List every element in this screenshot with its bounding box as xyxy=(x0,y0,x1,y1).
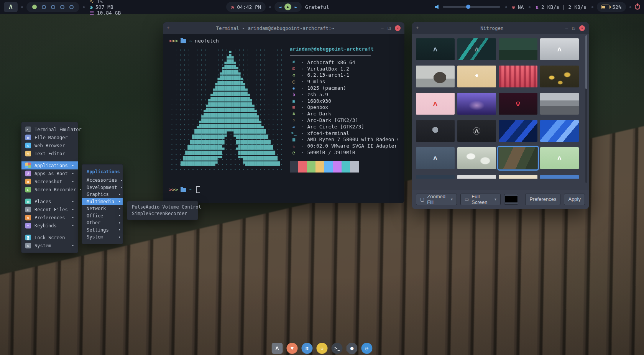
submenu-item[interactable]: Office • xyxy=(82,212,123,220)
wallpaper-thumbnail-partial[interactable] xyxy=(499,175,537,179)
submenu-bullet-icon: • xyxy=(72,171,74,176)
close-icon[interactable]: ✕ xyxy=(395,25,401,31)
wallpaper-thumbnail[interactable] xyxy=(499,38,537,60)
menu-item[interactable]: ⊙ System • xyxy=(21,242,78,250)
volume-icon[interactable] xyxy=(435,5,440,9)
archcraft-logo-icon[interactable]: Λ xyxy=(4,2,18,12)
workspace-dot-5[interactable] xyxy=(69,5,74,9)
mode-dropdown[interactable]: ▢ Zoomed Fill ▾ xyxy=(416,194,457,205)
wallpaper-thumbnail[interactable]: Λ xyxy=(457,120,496,142)
workspace-switcher[interactable] xyxy=(26,2,79,12)
wallpaper-thumbnail[interactable] xyxy=(540,66,579,87)
scrollbar-thumb[interactable] xyxy=(585,35,587,89)
dock-icon-terminal[interactable]: >_ xyxy=(332,343,343,354)
wallpaper-thumbnail[interactable] xyxy=(540,120,579,142)
menu-item[interactable]: >_ Terminal Emulator • xyxy=(21,125,78,133)
submenu-item[interactable]: Settings • xyxy=(82,227,123,234)
submenu-item[interactable]: Development • xyxy=(82,184,123,191)
submenu-item[interactable]: Graphics • xyxy=(82,191,123,198)
dock-icon-disk[interactable]: ☰ 10.84 GB xyxy=(88,10,122,16)
wallpaper-thumbnail[interactable] xyxy=(499,66,537,87)
nitrogen-titlebar[interactable]: + Nitrogen – ◳ ✕ xyxy=(412,22,589,34)
panel-separator xyxy=(505,6,507,8)
submenu-item[interactable]: Accessories • xyxy=(82,177,123,184)
network-widget[interactable]: ⇅ 2 KB/s | 2 KB/s xyxy=(534,4,588,10)
wallpaper-thumbnail[interactable]: Λ xyxy=(416,38,455,60)
media-prev-icon[interactable]: ◄ xyxy=(279,5,282,10)
wallpaper-thumbnail[interactable]: Λ xyxy=(499,93,537,115)
dock-icon-cpu[interactable]: ∿ 1% xyxy=(88,0,122,4)
wallpaper-thumbnail-partial[interactable] xyxy=(540,175,579,179)
minimize-icon[interactable]: – xyxy=(381,25,384,31)
media-play-icon[interactable]: ▶ xyxy=(284,3,291,10)
submenu-item[interactable]: Network • xyxy=(82,205,123,212)
wallpaper-thumbnail[interactable] xyxy=(416,66,455,87)
popup-menu-item[interactable]: SimpleScreenRecorder xyxy=(127,210,198,217)
maximize-icon[interactable]: ◳ xyxy=(572,25,575,31)
terminal-body[interactable]: >>> ~ neofetch ▄ ▄█▄ ▄███▄ ▄█████▄ ▄████… xyxy=(163,34,404,203)
bg-color-picker[interactable] xyxy=(504,194,518,205)
workspace-dot-2[interactable] xyxy=(42,5,46,9)
weather-widget[interactable]: ⚙ NA xyxy=(511,4,525,10)
menu-item[interactable]: ► Screen Recorder • xyxy=(21,186,78,194)
menu-item[interactable]: ◉ Screenshot • xyxy=(21,178,78,186)
wallpaper-thumbnail[interactable] xyxy=(416,120,455,142)
menu-item[interactable]: ⚙ Preferences • xyxy=(21,214,78,222)
preferences-button[interactable]: Preferences xyxy=(525,194,560,205)
dock-icon-settings[interactable]: ● xyxy=(347,343,358,354)
dock-icon-firefox[interactable]: ▼ xyxy=(287,343,298,354)
wallpaper-thumbnail[interactable] xyxy=(457,66,496,87)
terminal-titlebar[interactable]: + Terminal - arindam@debugpoint-archcraf… xyxy=(163,22,404,34)
window-menu-icon[interactable]: + xyxy=(416,25,419,31)
menu-item[interactable]: ◷ Recent Files • xyxy=(21,205,78,214)
scrollbar[interactable] xyxy=(585,35,587,183)
maximize-icon[interactable]: ◳ xyxy=(388,25,391,31)
menu-item[interactable]: # Apps As Root • xyxy=(21,169,78,178)
menu-item[interactable]: ◙ Lock Screen • xyxy=(21,233,78,242)
dock-icon-music-player[interactable]: ◎ xyxy=(361,343,373,354)
wallpaper-thumbnail[interactable]: Λ xyxy=(457,38,496,60)
dock-icon-geany[interactable]: ♨ xyxy=(317,343,328,354)
media-next-icon[interactable]: ► xyxy=(294,5,297,10)
submenu-item[interactable]: Other • xyxy=(82,219,123,227)
wallpaper-thumbnail[interactable]: Λ xyxy=(416,93,455,115)
minimize-icon[interactable]: – xyxy=(565,25,568,31)
dock-icon-app-launcher[interactable]: Λ xyxy=(272,343,283,354)
volume-slider[interactable] xyxy=(443,6,500,8)
wallpaper-thumbnail[interactable]: Λ xyxy=(540,147,579,169)
menu-item[interactable]: ✎ Text Editor • xyxy=(21,150,78,158)
wallpaper-thumbnail[interactable] xyxy=(457,147,496,169)
workspace-dot-3[interactable] xyxy=(51,5,55,9)
preferences-label: Preferences xyxy=(529,196,556,202)
wallpaper-thumbnail[interactable]: Λ xyxy=(540,38,579,60)
close-icon[interactable]: ✕ xyxy=(579,25,585,31)
shell-prompt: >>> xyxy=(169,38,178,44)
wallpaper-thumbnail[interactable] xyxy=(499,147,537,169)
power-icon[interactable] xyxy=(635,4,640,10)
menu-item[interactable]: ▤ File Manager • xyxy=(21,133,78,141)
wallpaper-thumbnail-partial[interactable] xyxy=(457,175,496,179)
dock-icon-file-manager[interactable]: ≋ xyxy=(302,343,313,354)
workspace-dot-4[interactable] xyxy=(60,5,64,9)
menu-item-label: Applications xyxy=(34,163,68,168)
submenu-item[interactable]: Multimedia • xyxy=(82,198,123,205)
menu-item[interactable]: ▤ Places • xyxy=(21,197,78,205)
workspace-dot-1[interactable] xyxy=(32,5,37,9)
volume-knob[interactable] xyxy=(466,5,470,9)
wallpaper-thumbnail[interactable] xyxy=(457,93,496,115)
dock-icon-memory[interactable]: ◕ 507 MB xyxy=(88,4,122,10)
clock-pill[interactable]: ◷ 04:42 PM xyxy=(226,2,265,12)
popup-menu-item[interactable]: PulseAudio Volume Control xyxy=(127,204,198,210)
screen-dropdown[interactable]: ▭ Full Screen ▾ xyxy=(460,194,501,205)
menu-item[interactable]: Applications • xyxy=(21,161,78,169)
menu-item[interactable]: ⊕ Web Browser • xyxy=(21,141,78,150)
submenu-item[interactable]: System • xyxy=(82,233,123,241)
wallpaper-thumbnail-partial[interactable] xyxy=(416,175,455,179)
menu-item[interactable]: ⌨ Keybinds • xyxy=(21,222,78,230)
wallpaper-thumbnail[interactable] xyxy=(540,93,579,115)
apply-button[interactable]: Apply xyxy=(564,194,585,205)
wallpaper-thumbnail[interactable] xyxy=(499,120,537,142)
wallpaper-thumbnail[interactable]: Λ xyxy=(416,147,455,169)
window-menu-icon[interactable]: + xyxy=(167,25,169,31)
battery-pill[interactable]: 52% xyxy=(597,2,626,12)
